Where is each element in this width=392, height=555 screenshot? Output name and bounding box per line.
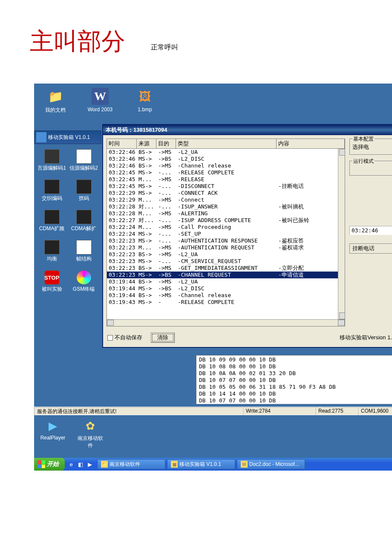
module-icon — [76, 210, 92, 224]
table-row[interactable]: 03:19:43MS->--RELEASE COMPLETE — [107, 299, 345, 306]
sidebar-item[interactable]: CDMA解扩 — [68, 210, 100, 232]
taskbar-app-icon: 📁 — [101, 461, 108, 468]
taskbar[interactable]: 开始 e ◧ ▶ 📁南京移动软件▦移动实验箱 V1.0.1WDoc2.doc -… — [34, 458, 392, 471]
desktop-icon[interactable]: ◧ — [77, 460, 84, 468]
group-basic-config: 基本配置 选择电 — [349, 139, 392, 155]
scrollbar-vertical[interactable] — [338, 149, 345, 319]
app-icon: ▶ — [44, 419, 61, 433]
taskbar-label: Doc2.doc - Microsof... — [249, 461, 299, 467]
module-label: CDMA解扩 — [68, 225, 100, 232]
col-src[interactable]: 来源 — [137, 139, 156, 148]
quick-launch[interactable]: e ◧ ▶ — [65, 460, 96, 468]
table-row[interactable]: 03:22:46MS->->BS-L2_DISC — [107, 156, 345, 162]
taskbar-button[interactable]: ▦移动实验箱 V1.0.1 — [167, 459, 235, 469]
windows-flag-icon — [37, 460, 45, 468]
taskbar-label: 南京移动软件 — [110, 461, 140, 468]
status-com: COM1,9600 — [358, 407, 392, 415]
table-row[interactable]: 03:22:29MS->-...-CONNECT ACK — [107, 190, 345, 197]
select-phone-label: 选择电 — [352, 143, 390, 151]
taskbar-app-icon: ▦ — [171, 461, 178, 468]
group2-legend: 运行模式 — [352, 158, 375, 165]
status-message: 服务器的通信连接断开,请稍后重试! — [34, 407, 243, 415]
hangup-button[interactable]: 挂断电话 — [349, 243, 392, 254]
status-write: Write:2784 — [243, 407, 315, 415]
sidebar-item[interactable]: GSM终端 — [68, 270, 100, 293]
table-row[interactable]: 03:22:29M...->MS-Connect — [107, 197, 345, 203]
sidebar-item[interactable]: 言源编解码1 — [36, 149, 68, 172]
file-icon: 📁 — [47, 88, 64, 105]
table-row[interactable]: 03:22:28对...-...-ISUP_ANSWER-被叫摘机 — [107, 203, 345, 210]
status-bar: 服务器的通信连接断开,请稍后重试! Write:2784 Read:2775 C… — [34, 407, 392, 415]
table-row[interactable]: 03:22:23MS->->BS-CHANNEL REQUEST-申请信道 — [107, 272, 345, 278]
desktop-icon[interactable]: ▶RealPlayer — [40, 419, 66, 449]
taskbar-app-icon: W — [241, 461, 248, 468]
timestamp-display: 03:22:46 — [349, 226, 392, 235]
module-label: CDMA扩频 — [36, 225, 68, 232]
app-icon: ✿ — [82, 419, 99, 433]
start-button[interactable]: 开始 — [34, 458, 65, 471]
scrollbar-horizontal[interactable] — [107, 319, 345, 326]
page-subtitle: 正常呼叫 — [151, 43, 178, 52]
status-read: Read:2775 — [315, 407, 358, 415]
table-row[interactable]: 03:22:45M...->MS-RELEASE — [107, 176, 345, 183]
col-content[interactable]: 内容 — [277, 139, 345, 148]
file-icon: 🖼 — [136, 88, 153, 105]
table-row[interactable]: 03:22:45MS->-...-DISCONNECT-挂断电话 — [107, 183, 345, 190]
table-row[interactable]: 03:19:44MS->->BS-L2_DISC — [107, 285, 345, 292]
desktop-icon[interactable]: 📁我的文档 — [43, 88, 68, 114]
app-title-label: 移动实验箱 V1.0.1 — [48, 134, 90, 141]
desktop-icon[interactable]: ✿南京移动软件 — [78, 419, 103, 449]
no-autosave-checkbox[interactable]: 不自动保存 — [107, 334, 142, 341]
module-label: 言源编解码1 — [36, 165, 68, 172]
page-title: 主叫部分 — [30, 26, 125, 58]
table-row[interactable]: 03:19:44BS->->MS-L2_UA — [107, 278, 345, 285]
col-time[interactable]: 时间 — [107, 139, 137, 148]
checkbox-icon — [107, 335, 113, 341]
sidebar-item[interactable]: 帧结构 — [68, 240, 100, 263]
app-titlebar: 移动实验箱 V1.0.1 — [34, 130, 101, 144]
hex-dump: DB 10 09 09 00 00 10 DB DB 10 08 08 00 0… — [196, 355, 392, 404]
icon-label: RealPlayer — [40, 435, 66, 441]
table-row[interactable]: 03:22:23MS->-...-AUTHENTICATION RESPONSE… — [107, 237, 345, 244]
sidebar-item[interactable]: 交织编码 — [36, 179, 68, 202]
taskbar-button[interactable]: WDoc2.doc - Microsof... — [237, 459, 305, 469]
taskbar-button[interactable]: 📁南京移动软件 — [97, 459, 165, 469]
col-dst[interactable]: 目的 — [156, 139, 176, 148]
table-row[interactable]: 03:22:23M...->MS-AUTHENTICATION REQUEST-… — [107, 244, 345, 251]
table-row[interactable]: 03:22:45MS->-...-RELEASE COMPLETE — [107, 169, 345, 176]
desktop-icon[interactable]: 🖼1.bmp — [132, 88, 158, 114]
module-label: 信源编解码2 — [68, 165, 100, 172]
table-row[interactable]: 03:22:23BS->->MS-GET_IMMEDIATEASSIGNMENT… — [107, 265, 345, 272]
table-row[interactable]: 03:22:23BS->->MS-L2_UA — [107, 251, 345, 258]
module-label: GSM终端 — [68, 286, 100, 293]
icon-label: 我的文档 — [43, 107, 68, 114]
module-label: 被叫实验 — [36, 286, 68, 293]
taskbar-label: 移动实验箱 V1.0.1 — [179, 461, 221, 468]
table-row[interactable]: 03:22:23MS->-...-CM_SERVICE_REQUEST — [107, 258, 345, 265]
sidebar-item[interactable]: 信源编解码2 — [68, 149, 100, 172]
desktop-icon[interactable]: WWord 2003 — [87, 88, 113, 114]
ie-icon[interactable]: e — [67, 460, 75, 468]
col-type[interactable]: 类型 — [176, 139, 277, 148]
icon-label: Word 2003 — [87, 107, 113, 113]
icon-label: 1.bmp — [132, 107, 158, 113]
sidebar-item[interactable]: 均衡 — [36, 240, 68, 263]
table-row[interactable]: 03:22:24M...->MS-Call Proceeding — [107, 224, 345, 231]
table-row[interactable]: 03:22:28M...->MS-ALERTING — [107, 210, 345, 217]
sidebar-item[interactable]: 扰码 — [68, 179, 100, 202]
module-icon — [44, 149, 60, 164]
clear-button[interactable]: 清除 — [151, 332, 175, 343]
table-row[interactable]: 03:22:46BS->->MS-Channel release — [107, 162, 345, 169]
module-label: 交织编码 — [36, 195, 68, 202]
computer-icon — [36, 132, 46, 142]
media-icon[interactable]: ▶ — [86, 460, 94, 468]
sidebar-item[interactable]: STOP被叫实验 — [36, 270, 68, 293]
table-row[interactable]: 03:22:24MS->-...-SET_UP — [107, 231, 345, 237]
screenshot-frame: 📁我的文档WWord 2003🖼1.bmp 移动实验箱 V1.0.1 言源编解码… — [34, 84, 392, 471]
window-titlebar[interactable]: 本机号码：13815817094 — [103, 125, 392, 135]
table-row[interactable]: 03:22:27对...-...-ISUP ADDRESS COMPLETE-被… — [107, 217, 345, 224]
message-grid[interactable]: 时间 来源 目的 类型 内容 03:22:46BS->->MS-L2_UA03:… — [107, 139, 345, 327]
sidebar-item[interactable]: CDMA扩频 — [36, 210, 68, 232]
table-row[interactable]: 03:19:44BS->->MS-Channel release — [107, 292, 345, 299]
table-row[interactable]: 03:22:46BS->->MS-L2_UA — [107, 149, 345, 156]
